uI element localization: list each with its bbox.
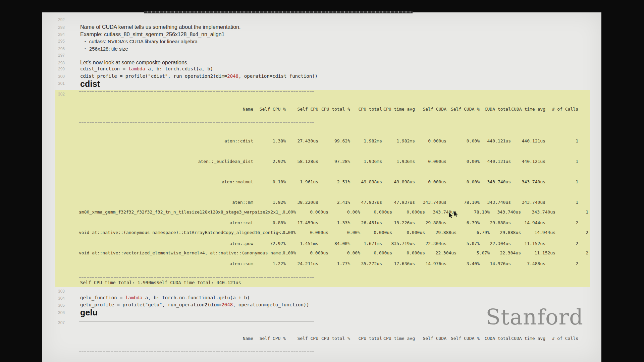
code-segment: a, b: torch.nn.functional.gelu(a + b) — [142, 295, 250, 300]
cell-value: 1.936ms — [382, 159, 415, 164]
line-number: 296 — [42, 47, 65, 51]
cell-value: 2.51% — [318, 179, 350, 184]
code-segment: , operation=cdist_function)) — [238, 73, 318, 79]
cell-value: 2 — [555, 250, 588, 255]
cell-name: void at::native::(anonymous namespace)::… — [79, 230, 263, 235]
cell-value: 0.88% — [253, 220, 286, 225]
separator-dashes — [79, 351, 315, 352]
video-frame: 2922932942952962972982993003013023033043… — [0, 0, 644, 362]
cell-value: 14.976us — [480, 261, 511, 266]
table-row: aten::_euclidean_dist2.92%58.128us97.28%… — [79, 159, 578, 164]
section-heading-gelu: gelu — [80, 308, 98, 317]
cell-value: 29.888us — [480, 220, 511, 225]
code-line: gelu_profile = profile("gelu", run_opera… — [80, 302, 309, 307]
bullet-item: 256x128: tile size — [85, 46, 128, 52]
cell-value: 24.211us — [286, 261, 318, 266]
table-row: aten::pow72.92%1.451ms84.00%1.671ms835.7… — [79, 241, 578, 246]
bullet-item: cutlass: NVIDIA's CUDA library for linea… — [85, 39, 198, 44]
cell-value: CPU total % — [318, 336, 350, 341]
line-number: 305 — [42, 303, 65, 308]
cell-value: 47.937us — [350, 200, 382, 205]
section-heading-cdist: cdist — [80, 79, 100, 89]
cell-value: 343.740us — [490, 209, 521, 215]
cell-value: 0.000us — [415, 179, 446, 184]
bullet-text: cutlass: NVIDIA's CUDA library for linea… — [89, 39, 198, 44]
cell-value: 6.79% — [446, 220, 480, 225]
cell-value: 1.451ms — [286, 241, 318, 246]
profiler-output-cdist: NameSelf CPU %Self CPUCPU total %CPU tot… — [55, 90, 590, 287]
cell-value: CPU total — [350, 107, 382, 112]
cell-value: 13.226us — [382, 220, 415, 225]
paragraph: Name of CUDA kernel tells us something a… — [80, 24, 240, 30]
cell-value: 22.304us — [415, 241, 446, 246]
cell-value: 5.07% — [457, 250, 490, 255]
line-number: 299 — [42, 67, 65, 71]
cell-value: 11.152us — [511, 241, 545, 246]
cell-value: # of Calls — [545, 336, 578, 341]
cell-value: CUDA total — [480, 107, 511, 112]
cell-value: 0.00% — [263, 209, 296, 215]
table-row: void at::native::vectorized_elementwise_… — [79, 250, 588, 255]
cell-value: CPU time avg — [382, 336, 415, 341]
cell-name: Name — [79, 107, 253, 112]
cell-value: 29.888us — [415, 220, 446, 225]
line-number: 302 — [42, 92, 65, 97]
line-number: 301 — [42, 81, 65, 86]
code-segment: gelu_profile = profile("gelu", run_opera… — [80, 302, 221, 307]
cell-value: # of Calls — [545, 107, 578, 112]
separator-dashes — [79, 91, 315, 92]
code-segment: lambda — [125, 295, 143, 300]
paragraph: Example: cutlass_80_simt_sgemm_256x128_8… — [80, 32, 225, 38]
cell-value: Self CUDA % — [446, 107, 480, 112]
cell-value: 49.898us — [382, 179, 415, 184]
code-line: gelu_function = lambda a, b: torch.nn.fu… — [80, 295, 250, 300]
cell-value: Self CPU % — [253, 336, 286, 341]
cell-value: 2 — [545, 241, 578, 246]
table-row: aten::matmul0.10%1.961us2.51%49.898us49.… — [79, 179, 578, 184]
cell-value: 1.982ms — [382, 138, 415, 143]
cell-value: 78.10% — [457, 209, 490, 215]
table-row: aten::sum1.22%24.211us1.77%35.272us17.63… — [79, 261, 578, 266]
cell-value: 2.92% — [253, 159, 286, 164]
cell-value: 35.272us — [350, 261, 382, 266]
cell-value: CUDA total — [480, 336, 511, 341]
cell-value: 0.00% — [328, 209, 360, 215]
table-header-row: NameSelf CPU %Self CPUCPU total %CPU tot… — [79, 107, 578, 112]
cell-value: 343.740us — [480, 200, 511, 205]
cell-value: 2 — [555, 230, 588, 235]
line-number: 295 — [42, 39, 65, 44]
notebook-page[interactable]: 2922932942952962972982993003013023033043… — [42, 12, 601, 362]
line-number: 297 — [42, 53, 65, 58]
code-segment: gelu_function = — [80, 295, 125, 300]
cell-value: 29.888us — [425, 230, 457, 235]
cell-name: aten::pow — [79, 241, 253, 246]
code-segment: cdist_function = — [80, 66, 128, 71]
cell-value: 1 — [545, 179, 578, 184]
cell-name: void at::native::vectorized_elementwise_… — [79, 250, 263, 255]
cell-value: 0.000us — [296, 209, 328, 215]
table-row: aten::mm1.92%38.220us2.41%47.937us47.937… — [79, 200, 578, 205]
cell-value: 1 — [545, 200, 578, 205]
cell-value: 17.636us — [382, 261, 415, 266]
cell-value: 0.00% — [446, 138, 480, 143]
cell-value: 97.28% — [318, 159, 350, 164]
cell-value: 0.000us — [392, 230, 425, 235]
table-header-row: NameSelf CPU %Self CPUCPU total %CPU tot… — [79, 336, 578, 341]
cell-value: 1.38% — [253, 138, 286, 143]
cell-value: 14.976us — [415, 261, 446, 266]
cell-value: 1.982ms — [350, 138, 382, 143]
cell-value: 1 — [545, 159, 578, 164]
cell-value: 22.304us — [480, 241, 511, 246]
paragraph: Let's now look at some composite operati… — [80, 60, 189, 66]
cell-value: CPU total — [350, 336, 382, 341]
cell-value: 2 — [545, 261, 578, 266]
cell-value: 343.740us — [415, 200, 446, 205]
cell-value: 1.22% — [253, 261, 286, 266]
cell-value: 1.961us — [286, 179, 318, 184]
code-segment: lambda — [128, 66, 145, 71]
line-number: 292 — [42, 17, 65, 22]
cell-value: 1.936ms — [350, 159, 382, 164]
heading-rule — [79, 321, 314, 322]
cell-name: sm80_xmma_gemm_f32f32_f32f32_f32_tn_n_ti… — [79, 209, 263, 215]
cell-value: 0.000us — [360, 230, 392, 235]
